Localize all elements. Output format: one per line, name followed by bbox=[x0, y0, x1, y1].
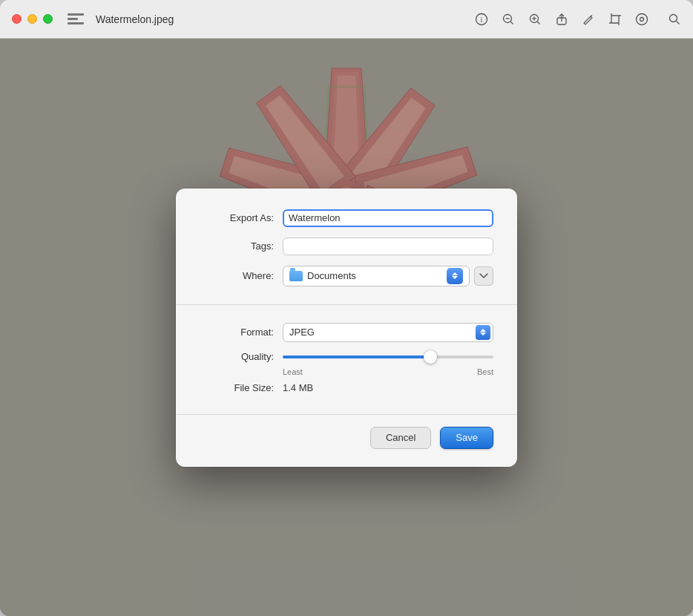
where-spinner-button[interactable] bbox=[447, 268, 463, 284]
quality-slider[interactable] bbox=[283, 350, 493, 364]
search-icon[interactable] bbox=[668, 13, 681, 26]
share-icon[interactable] bbox=[555, 13, 568, 26]
filesize-label: File Size: bbox=[200, 382, 274, 393]
close-button[interactable] bbox=[12, 14, 22, 24]
filesize-row: File Size: 1.4 MB bbox=[200, 382, 493, 393]
format-spinner-down bbox=[480, 332, 486, 335]
where-expand-button[interactable] bbox=[474, 266, 493, 286]
format-spinner-button[interactable] bbox=[476, 325, 490, 340]
minimize-button[interactable] bbox=[27, 14, 37, 24]
slider-fill bbox=[283, 355, 430, 358]
export-as-input[interactable] bbox=[283, 209, 493, 227]
photo-background: Export As: Tags: Where: Documents bbox=[0, 39, 693, 616]
crop-icon[interactable] bbox=[608, 13, 622, 26]
cancel-button[interactable]: Cancel bbox=[370, 427, 431, 449]
dialog-bottom-section: Format: JPEG Quali bbox=[176, 305, 517, 414]
svg-line-4 bbox=[510, 22, 513, 24]
format-label: Format: bbox=[200, 327, 274, 338]
app-window: Watermelon.jpeg i bbox=[0, 0, 693, 616]
pencil-icon[interactable] bbox=[582, 13, 595, 26]
dialog-buttons-section: Cancel Save bbox=[176, 414, 517, 467]
where-dropdown[interactable]: Documents bbox=[283, 266, 470, 286]
filesize-value: 1.4 MB bbox=[283, 382, 313, 393]
dialog-top-section: Export As: Tags: Where: Documents bbox=[176, 189, 517, 304]
format-spinner-up bbox=[480, 329, 486, 332]
zoom-in-icon[interactable] bbox=[528, 13, 542, 26]
svg-line-11 bbox=[591, 15, 592, 16]
quality-row: Quality: bbox=[200, 350, 493, 364]
save-button[interactable]: Save bbox=[440, 427, 493, 449]
spinner-down-arrow bbox=[452, 276, 458, 279]
info-icon[interactable]: i bbox=[475, 13, 488, 26]
format-value: JPEG bbox=[289, 327, 487, 338]
export-as-label: Export As: bbox=[200, 212, 274, 223]
window-title: Watermelon.jpeg bbox=[96, 13, 174, 25]
export-dialog: Export As: Tags: Where: Documents bbox=[176, 189, 517, 467]
quality-label: Quality: bbox=[200, 351, 274, 362]
format-row: Format: JPEG bbox=[200, 323, 493, 342]
tags-row: Tags: bbox=[200, 237, 493, 255]
svg-point-17 bbox=[637, 13, 648, 24]
spinner-up-arrow bbox=[452, 272, 458, 275]
slider-thumb[interactable] bbox=[424, 350, 437, 364]
modal-overlay: Export As: Tags: Where: Documents bbox=[0, 39, 693, 616]
traffic-lights bbox=[12, 14, 53, 24]
svg-text:i: i bbox=[481, 16, 483, 24]
where-row: Where: Documents bbox=[200, 266, 493, 286]
svg-rect-12 bbox=[611, 16, 619, 23]
svg-point-19 bbox=[670, 14, 677, 22]
slider-track bbox=[283, 355, 493, 358]
zoom-out-icon[interactable] bbox=[502, 13, 515, 26]
svg-line-20 bbox=[677, 21, 680, 24]
format-select-display[interactable]: JPEG bbox=[283, 323, 493, 342]
folder-icon bbox=[289, 271, 303, 281]
export-as-row: Export As: bbox=[200, 209, 493, 227]
where-label: Where: bbox=[200, 270, 274, 281]
quality-labels: Least Best bbox=[283, 367, 493, 376]
maximize-button[interactable] bbox=[43, 14, 53, 24]
where-value: Documents bbox=[307, 270, 442, 281]
tags-label: Tags: bbox=[200, 240, 274, 252]
sidebar-toggle-button[interactable] bbox=[68, 13, 84, 26]
toolbar-icons: i bbox=[475, 13, 681, 26]
quality-best-label: Best bbox=[477, 367, 493, 376]
markup-icon[interactable] bbox=[635, 13, 648, 26]
svg-line-8 bbox=[537, 22, 540, 24]
titlebar: Watermelon.jpeg i bbox=[0, 0, 693, 39]
tags-input[interactable] bbox=[283, 237, 493, 255]
quality-least-label: Least bbox=[283, 367, 303, 376]
svg-point-18 bbox=[640, 17, 644, 21]
